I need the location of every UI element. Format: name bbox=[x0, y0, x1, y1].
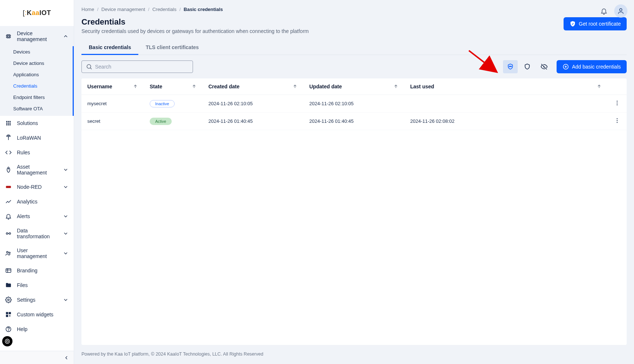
cell-last-used bbox=[404, 95, 608, 113]
shield-check-icon bbox=[569, 21, 576, 27]
svg-point-22 bbox=[9, 252, 10, 254]
svg-line-37 bbox=[90, 68, 91, 69]
svg-point-33 bbox=[5, 339, 10, 343]
svg-point-34 bbox=[6, 340, 8, 342]
nav-analytics[interactable]: Analytics bbox=[0, 194, 74, 209]
rocket-icon bbox=[5, 166, 12, 173]
nav-user-management[interactable]: User management bbox=[0, 243, 74, 263]
nav-data-transformation[interactable]: Data transformation bbox=[0, 224, 74, 243]
chevron-up-icon bbox=[63, 33, 69, 39]
tabs: Basic credentials TLS client certificate… bbox=[81, 40, 627, 55]
svg-point-26 bbox=[8, 299, 10, 301]
breadcrumb-credentials[interactable]: Credentials bbox=[152, 7, 176, 12]
filter-all-button[interactable] bbox=[503, 60, 518, 73]
svg-rect-27 bbox=[6, 312, 8, 314]
svg-point-54 bbox=[617, 122, 618, 123]
nodered-icon bbox=[5, 184, 12, 190]
nav-lorawan[interactable]: LoRaWAN bbox=[0, 130, 74, 145]
breadcrumb-device-management[interactable]: Device management bbox=[101, 7, 145, 12]
sub-device-actions[interactable]: Device actions bbox=[0, 58, 74, 69]
nav-label: Files bbox=[17, 282, 69, 288]
nav-label: Node-RED bbox=[17, 184, 58, 190]
nav-settings[interactable]: Settings bbox=[0, 293, 74, 307]
tab-basic-credentials[interactable]: Basic credentials bbox=[81, 40, 138, 55]
th-last-used[interactable]: Last used bbox=[404, 78, 608, 95]
footer: Powered by the Kaa IoT platform, © 2024 … bbox=[81, 345, 627, 364]
nav-rules[interactable]: Rules bbox=[0, 145, 74, 160]
more-vert-icon bbox=[613, 99, 621, 107]
plus-circle-icon bbox=[562, 63, 569, 70]
nav-label: Device management bbox=[17, 30, 58, 42]
svg-point-38 bbox=[509, 66, 510, 67]
add-basic-credentials-button[interactable]: Add basic credentials bbox=[557, 60, 627, 73]
breadcrumb-home[interactable]: Home bbox=[81, 7, 94, 12]
device-management-submenu: Devices Device actions Applications Cred… bbox=[0, 46, 74, 116]
th-state[interactable]: State bbox=[144, 78, 203, 95]
nav-device-management[interactable]: Device management bbox=[0, 26, 74, 46]
credentials-table: Username State Created date Updated date bbox=[81, 78, 627, 345]
search-input[interactable] bbox=[81, 60, 193, 73]
sub-software-ota[interactable]: Software OTA bbox=[0, 103, 74, 114]
search-icon bbox=[86, 63, 92, 70]
sub-endpoint-filters[interactable]: Endpoint filters bbox=[0, 92, 74, 103]
row-menu-button[interactable] bbox=[613, 99, 621, 107]
gear-icon bbox=[5, 297, 12, 303]
folder-icon bbox=[5, 282, 12, 288]
th-created[interactable]: Created date bbox=[203, 78, 303, 95]
svg-rect-14 bbox=[10, 124, 11, 125]
nav-node-red[interactable]: Node-RED bbox=[0, 180, 74, 194]
code-icon bbox=[5, 149, 12, 156]
help-bubble[interactable] bbox=[2, 336, 12, 346]
nav-solutions[interactable]: Solutions bbox=[0, 116, 74, 130]
svg-rect-28 bbox=[9, 312, 11, 314]
sub-credentials[interactable]: Credentials bbox=[0, 80, 74, 92]
nav-help[interactable]: Help bbox=[0, 322, 74, 337]
tab-tls-certificates[interactable]: TLS client certificates bbox=[138, 40, 206, 55]
chevron-down-icon bbox=[63, 213, 69, 219]
notifications-button[interactable] bbox=[597, 4, 611, 18]
breadcrumb: Home / Device management / Credentials /… bbox=[81, 7, 627, 12]
cell-state: Inactive bbox=[144, 95, 203, 113]
cell-last-used: 2024-11-26 02:08:02 bbox=[404, 113, 608, 130]
nav-asset-management[interactable]: Asset Management bbox=[0, 160, 74, 180]
transform-icon bbox=[5, 230, 12, 237]
bell-icon bbox=[5, 213, 12, 220]
apps-icon bbox=[5, 120, 12, 126]
get-root-certificate-button[interactable]: Get root certificate bbox=[564, 17, 627, 30]
cell-updated: 2024-11-26 01:40:45 bbox=[303, 113, 404, 130]
page-header: Credentials Security credentials used by… bbox=[81, 17, 627, 34]
bell-icon bbox=[600, 7, 608, 15]
filter-revoked-button[interactable] bbox=[537, 60, 551, 73]
nav-files[interactable]: Files bbox=[0, 278, 74, 293]
svg-point-49 bbox=[617, 101, 618, 102]
nav-alerts[interactable]: Alerts bbox=[0, 209, 74, 224]
th-updated[interactable]: Updated date bbox=[303, 78, 404, 95]
nav-label: Asset Management bbox=[17, 164, 58, 176]
sub-applications[interactable]: Applications bbox=[0, 69, 74, 80]
page-subtitle: Security credentials used by devices or … bbox=[81, 28, 309, 34]
sub-devices[interactable]: Devices bbox=[0, 46, 74, 58]
chevron-down-icon bbox=[63, 231, 69, 236]
filter-active-button[interactable] bbox=[520, 60, 535, 73]
sidebar-collapse[interactable] bbox=[0, 351, 74, 364]
nav-branding[interactable]: Branding bbox=[0, 263, 74, 278]
svg-point-32 bbox=[8, 330, 9, 331]
svg-point-15 bbox=[8, 136, 9, 137]
sidebar-nav: Device management Devices Device actions… bbox=[0, 26, 74, 351]
nav-label: Custom widgets bbox=[17, 312, 69, 317]
th-actions bbox=[608, 78, 627, 95]
table-row: secret Active 2024-11-26 01:40:45 2024-1… bbox=[81, 113, 627, 130]
logo[interactable]: [:KaaIOT bbox=[0, 0, 74, 26]
widgets-icon bbox=[5, 311, 12, 318]
svg-point-36 bbox=[87, 65, 91, 69]
svg-point-20 bbox=[9, 233, 11, 235]
nav-custom-widgets[interactable]: Custom widgets bbox=[0, 307, 74, 322]
row-menu-button[interactable] bbox=[613, 117, 621, 124]
nav-label: Alerts bbox=[17, 213, 58, 219]
shield-icon bbox=[524, 63, 531, 70]
main: Home / Device management / Credentials /… bbox=[74, 0, 634, 364]
eye-off-icon bbox=[540, 63, 548, 70]
nav-label: Solutions bbox=[17, 120, 69, 126]
th-username[interactable]: Username bbox=[81, 78, 144, 95]
profile-button[interactable] bbox=[614, 4, 627, 18]
